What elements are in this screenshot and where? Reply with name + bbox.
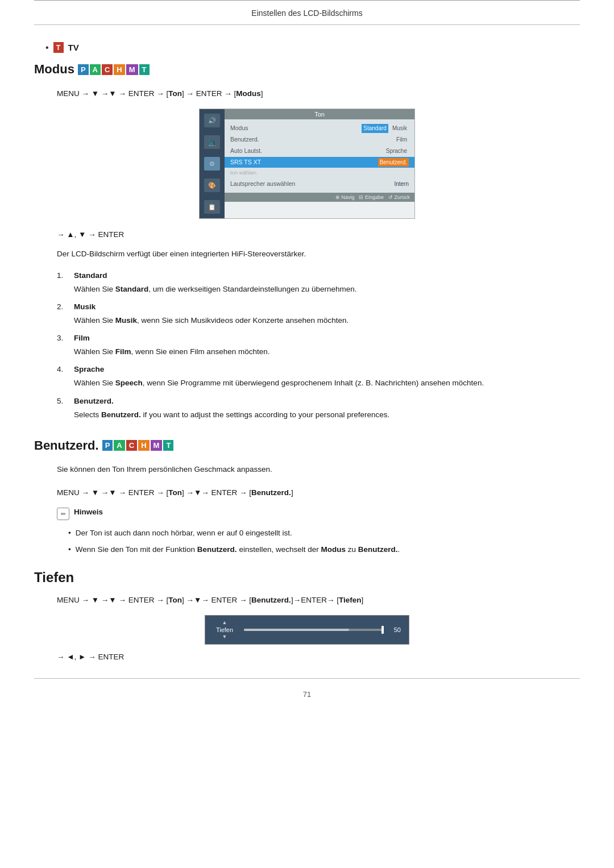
screen-icon-4: 🎨 xyxy=(204,178,220,192)
item-1-body: Wählen Sie Standard, um die werkseitigen… xyxy=(74,283,557,296)
screen-title: Ton xyxy=(225,109,414,119)
bullet-dot: • xyxy=(45,43,49,53)
slider-label: Tiefen xyxy=(213,626,236,633)
screen-val-intern: Intern xyxy=(394,180,409,189)
item-standard: 1. Standard Wählen Sie Standard, um die … xyxy=(57,271,557,296)
screen-options-modus: Standard Musik xyxy=(362,124,409,133)
screen-row-srs: SRS TS XT Benutzerd. xyxy=(225,157,414,168)
bottom-navig: ⊕ Navig xyxy=(335,194,355,200)
modus-title: Modus xyxy=(34,62,74,77)
tiefen-slider-box: ▲ Tiefen ▼ 50 xyxy=(205,615,409,645)
screen-label-srs: SRS TS XT xyxy=(230,158,287,167)
item-4-title: Sprache xyxy=(74,365,104,373)
tiefen-menu-path: MENU → ▼ →▼ → ENTER → [Ton] →▼→ ENTER → … xyxy=(57,593,580,607)
bullet-text-2: Wenn Sie den Ton mit der Funktion Benutz… xyxy=(76,543,400,556)
slider-arrows: ▲ Tiefen ▼ xyxy=(213,620,236,639)
screen-sidebar: 🔊 📺 ⚙ 🎨 📋 xyxy=(200,109,225,218)
item-5-title: Benutzerd. xyxy=(74,397,114,405)
ton-bracket2: Ton xyxy=(168,488,182,497)
slider-down-arrow: ▼ xyxy=(222,634,227,639)
hinweis-icon: ✏ xyxy=(57,508,69,520)
badge2-m: M xyxy=(151,440,163,451)
page-container: Einstellen des LCD-Bildschirms • T TV Mo… xyxy=(0,0,614,868)
screen-icon-2: 📺 xyxy=(204,135,220,149)
badge2-c: C xyxy=(126,440,137,451)
modus-heading: Modus P A C H M T xyxy=(34,62,580,77)
screen-content: Ton Modus Standard Musik Benutzerd. Film xyxy=(225,109,414,218)
modus-screenshot: 🔊 📺 ⚙ 🎨 📋 Ton Modus Standard Musik xyxy=(199,109,415,219)
tiefen-section: Tiefen MENU → ▼ →▼ → ENTER → [Ton] →▼→ E… xyxy=(34,570,580,661)
benutzerd-section: Benutzerd. P A C H M T Sie können den To… xyxy=(34,438,580,556)
opt-benutzerd-sel: Benutzerd. xyxy=(378,158,409,167)
screen-label-auto: Auto Lautst. xyxy=(230,147,287,156)
badge-h: H xyxy=(114,64,125,75)
badge-t: T xyxy=(139,64,150,75)
item-film: 3. Film Wählen Sie Film, wenn Sie einen … xyxy=(57,334,557,358)
bullet-sym-1: • xyxy=(68,527,71,539)
benutzerd-bracket2: Benutzerd. xyxy=(251,596,291,604)
item-4-number: 4. xyxy=(57,365,68,373)
modus-arrow-instruction: → ▲, ▼ → ENTER xyxy=(57,230,580,239)
screen-row-lautsprecher: Lautsprecher auswählen Intern xyxy=(230,178,409,190)
screen-row-auto: Auto Lautst. Sprache xyxy=(230,146,409,157)
screen-icon-5: 📋 xyxy=(204,200,220,214)
benutzerd-heading: Benutzerd. P A C H M T xyxy=(34,438,580,453)
badge-p: P xyxy=(78,64,89,75)
screen-label-lautsprecher: Lautsprecher auswählen xyxy=(230,180,295,189)
bullet-item-2: • Wenn Sie den Ton mit der Funktion Benu… xyxy=(68,543,546,556)
slider-track xyxy=(244,629,384,631)
screen-bottom-bar: ⊕ Navig ⊟ Eingabe ↺ Zurück xyxy=(225,193,414,202)
item-2-title: Musik xyxy=(74,302,96,311)
modus-description: Der LCD-Bildschirm verfügt über einen in… xyxy=(57,248,557,260)
item-3-number: 3. xyxy=(57,334,68,342)
screen-icon-1: 🔊 xyxy=(204,114,220,127)
page-title: Einstellen des LCD-Bildschirms xyxy=(34,5,580,25)
tv-icon: T xyxy=(53,42,64,53)
badge2-t: T xyxy=(163,440,173,451)
screen-label-ton: ton wählen xyxy=(230,169,287,177)
item-benutzerd: 5. Benutzerd. Selects Benutzerd. if you … xyxy=(57,397,557,421)
screen-icon-3: ⚙ xyxy=(204,157,220,171)
tv-bullet-line: • T TV xyxy=(45,42,580,53)
item-2-number: 2. xyxy=(57,302,68,311)
page-number: 71 xyxy=(34,678,580,704)
item-1-number: 1. xyxy=(57,271,68,280)
screen-row-modus: Modus Standard Musik xyxy=(230,123,409,134)
benutzerd-badges: P A C H M T xyxy=(102,440,174,451)
screen-options-srs: Benutzerd. xyxy=(378,158,409,167)
screen-row-benutzerd: Benutzerd. Film xyxy=(230,134,409,146)
screen-options-auto: Sprache xyxy=(384,147,409,156)
hinweis-box: ✏ Hinweis xyxy=(57,508,557,520)
ton-bracket: Ton xyxy=(168,89,182,98)
top-border xyxy=(34,0,580,1)
hinweis-bullets: • Der Ton ist auch dann noch hörbar, wen… xyxy=(68,527,546,556)
badge-a: A xyxy=(90,64,101,75)
bullet-text-1: Der Ton ist auch dann noch hörbar, wenn … xyxy=(76,527,292,539)
item-5-number: 5. xyxy=(57,397,68,405)
badge2-p: P xyxy=(102,440,113,451)
screen-label-benutzerd: Benutzerd. xyxy=(230,135,287,144)
item-musik: 2. Musik Wählen Sie Musik, wenn Sie sich… xyxy=(57,302,557,327)
item-3-title: Film xyxy=(74,334,90,342)
badge2-h: H xyxy=(138,440,149,451)
opt-film: Film xyxy=(395,135,409,144)
badge-c: C xyxy=(102,64,113,75)
slider-up-arrow: ▲ xyxy=(222,620,227,625)
modus-badges: P A C H M T xyxy=(78,64,150,75)
screen-options-benutzerd: Film xyxy=(395,135,409,144)
opt-standard: Standard xyxy=(362,124,388,133)
ton-bracket3: Ton xyxy=(168,596,182,604)
opt-musik: Musik xyxy=(391,124,409,133)
benutzerd-bracket: Benutzerd. xyxy=(251,488,291,497)
item-1-title: Standard xyxy=(74,271,107,280)
badge2-a: A xyxy=(114,440,125,451)
item-5-body: Selects Benutzerd. if you want to adjust… xyxy=(74,409,557,421)
screen-row-ton: ton wählen xyxy=(230,168,409,178)
item-3-body: Wählen Sie Film, wenn Sie einen Film ans… xyxy=(74,346,557,358)
opt-sprache: Sprache xyxy=(384,147,409,156)
modus-bracket: Modus xyxy=(236,89,261,98)
slider-row: ▲ Tiefen ▼ 50 xyxy=(213,620,401,639)
modus-menu-path: MENU → ▼ →▼ → ENTER → [Ton] → ENTER → [M… xyxy=(57,87,580,101)
slider-fill xyxy=(244,629,349,631)
slider-value: 50 xyxy=(389,626,401,633)
